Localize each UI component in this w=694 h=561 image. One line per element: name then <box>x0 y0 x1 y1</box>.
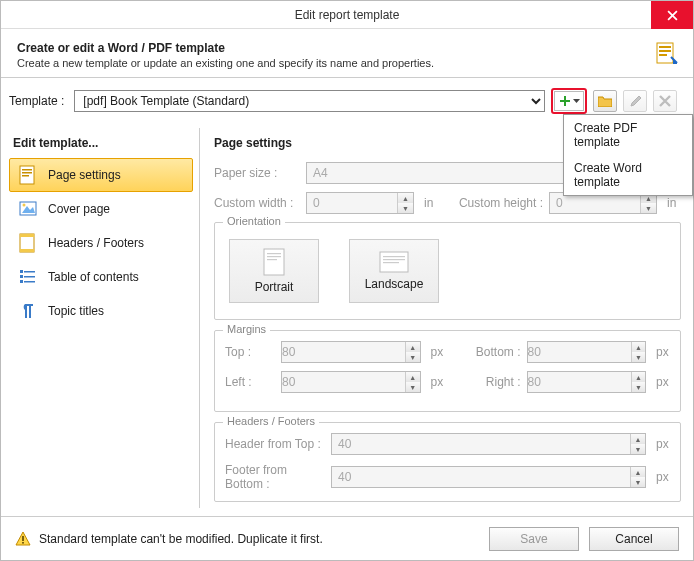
svg-rect-28 <box>22 536 24 541</box>
save-button: Save <box>489 527 579 551</box>
warning-icon <box>15 531 31 547</box>
sidebar-item-cover-page[interactable]: Cover page <box>9 192 193 226</box>
svg-rect-21 <box>267 253 281 254</box>
plus-icon <box>559 95 571 107</box>
margin-right-label: Right : <box>451 375 521 389</box>
create-pdf-item[interactable]: Create PDF template <box>564 115 692 155</box>
hf-label: Headers / Footers <box>223 415 319 427</box>
svg-rect-27 <box>383 262 399 263</box>
paper-size-label: Paper size : <box>214 166 300 180</box>
unit-in: in <box>424 196 438 210</box>
margin-right-input: ▲▼ <box>527 371 647 393</box>
open-folder-button[interactable] <box>593 90 617 112</box>
sidebar-item-label: Topic titles <box>48 304 104 318</box>
x-icon <box>659 95 671 107</box>
svg-rect-5 <box>22 169 32 171</box>
edit-button <box>623 90 647 112</box>
unit-in: in <box>667 196 681 210</box>
sidebar-heading: Edit template... <box>13 136 193 150</box>
custom-width-label: Custom width : <box>214 196 300 210</box>
close-button[interactable] <box>651 1 693 29</box>
template-label: Template : <box>9 94 64 108</box>
margin-bottom-label: Bottom : <box>451 345 521 359</box>
margins-group: Margins Top : ▲▼ px Bottom : ▲▼ px <box>214 330 681 412</box>
svg-rect-25 <box>383 256 405 257</box>
warning-text: Standard template can't be modified. Dup… <box>39 532 323 546</box>
svg-rect-18 <box>20 280 23 283</box>
image-icon <box>18 199 38 219</box>
close-icon <box>667 10 678 21</box>
margin-left-input: ▲▼ <box>281 371 421 393</box>
custom-height-label: Custom height : <box>459 196 543 210</box>
folder-icon <box>598 95 612 107</box>
svg-rect-2 <box>659 50 671 52</box>
dialog-window: Edit report template Create or edit a Wo… <box>0 0 694 561</box>
sidebar: Edit template... Page settings Cover pag… <box>3 128 199 508</box>
toc-icon <box>18 267 38 287</box>
portrait-option[interactable]: Portrait <box>229 239 319 303</box>
sidebar-item-headers-footers[interactable]: Headers / Footers <box>9 226 193 260</box>
svg-rect-6 <box>22 172 32 174</box>
svg-rect-16 <box>20 275 23 278</box>
footer-bottom-input: ▲▼ <box>331 466 646 488</box>
svg-rect-20 <box>264 249 284 275</box>
warning-bar: Standard template can't be modified. Dup… <box>15 531 479 547</box>
window-title: Edit report template <box>295 8 400 22</box>
sidebar-item-page-settings[interactable]: Page settings <box>9 158 193 192</box>
margin-bottom-input: ▲▼ <box>527 341 647 363</box>
headers-footers-group: Headers / Footers Header from Top : ▲▼ p… <box>214 422 681 502</box>
portrait-icon <box>263 248 285 276</box>
svg-rect-7 <box>22 175 29 177</box>
pencil-icon <box>629 95 642 108</box>
header-title: Create or edit a Word / PDF template <box>17 41 677 55</box>
orientation-label: Orientation <box>223 215 285 227</box>
margin-left-label: Left : <box>225 375 275 389</box>
svg-rect-22 <box>267 256 281 257</box>
header-top-input: ▲▼ <box>331 433 646 455</box>
pilcrow-icon <box>18 301 38 321</box>
delete-button <box>653 90 677 112</box>
svg-rect-19 <box>24 281 35 283</box>
custom-width-input: ▲▼ <box>306 192 414 214</box>
svg-rect-15 <box>24 271 35 273</box>
header: Create or edit a Word / PDF template Cre… <box>1 29 693 78</box>
sidebar-item-label: Headers / Footers <box>48 236 144 250</box>
sidebar-item-toc[interactable]: Table of contents <box>9 260 193 294</box>
titlebar: Edit report template <box>1 1 693 29</box>
header-subtitle: Create a new template or update an exist… <box>17 57 677 69</box>
svg-rect-1 <box>659 46 671 48</box>
footer: Standard template can't be modified. Dup… <box>1 516 693 560</box>
create-word-item[interactable]: Create Word template <box>564 155 692 195</box>
add-template-button[interactable] <box>554 91 584 111</box>
sidebar-item-label: Table of contents <box>48 270 139 284</box>
svg-rect-14 <box>20 270 23 273</box>
svg-rect-12 <box>20 234 34 237</box>
landscape-icon <box>379 251 409 273</box>
template-select[interactable]: [pdf] Book Template (Standard) <box>74 90 545 112</box>
footer-bottom-label: Footer from Bottom : <box>225 463 325 491</box>
svg-rect-23 <box>267 259 277 260</box>
sidebar-item-label: Cover page <box>48 202 110 216</box>
chevron-down-icon <box>573 99 580 104</box>
cancel-button[interactable]: Cancel <box>589 527 679 551</box>
sidebar-item-label: Page settings <box>48 168 121 182</box>
svg-rect-17 <box>24 276 35 278</box>
header-top-label: Header from Top : <box>225 437 325 451</box>
page-icon <box>18 165 38 185</box>
header-icon <box>653 41 681 72</box>
sidebar-item-topic-titles[interactable]: Topic titles <box>9 294 193 328</box>
header-footer-icon <box>18 233 38 253</box>
margin-top-label: Top : <box>225 345 275 359</box>
svg-rect-26 <box>383 259 405 260</box>
svg-rect-13 <box>20 249 34 252</box>
orientation-group: Orientation Portrait Landscape <box>214 222 681 320</box>
add-button-highlight <box>551 88 587 114</box>
margins-label: Margins <box>223 323 270 335</box>
margin-top-input: ▲▼ <box>281 341 421 363</box>
svg-rect-3 <box>659 54 667 56</box>
svg-rect-29 <box>22 542 24 544</box>
svg-point-10 <box>23 204 26 207</box>
landscape-option[interactable]: Landscape <box>349 239 439 303</box>
template-row: Template : [pdf] Book Template (Standard… <box>1 78 693 124</box>
add-template-dropdown: Create PDF template Create Word template <box>563 114 693 196</box>
